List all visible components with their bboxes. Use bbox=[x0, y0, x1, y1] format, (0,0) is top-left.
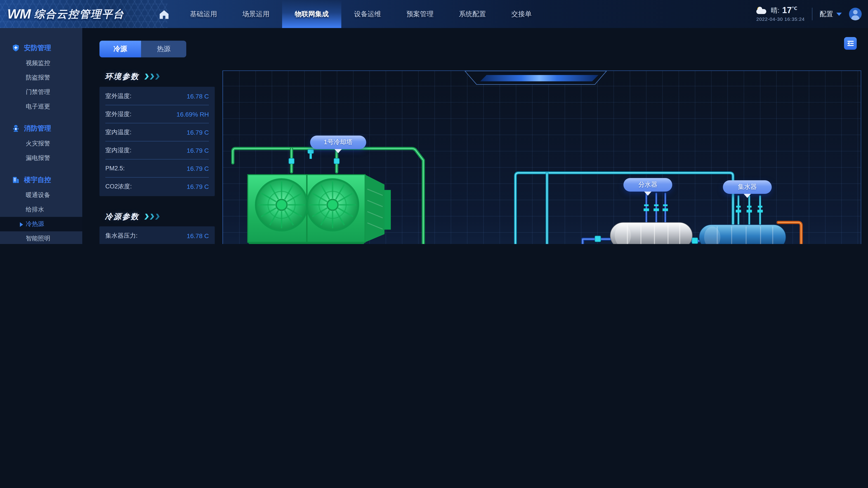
sidebar-section-title: 楼宇自控 bbox=[24, 175, 51, 184]
sidebar-section-title: 消防管理 bbox=[24, 124, 51, 133]
tab-heat-source[interactable]: 热源 bbox=[141, 41, 186, 57]
param-value: 16.78 C bbox=[187, 232, 209, 239]
sidebar-item[interactable]: 冷热源 bbox=[0, 217, 82, 231]
sidebar-item-label: 视频监控 bbox=[26, 59, 50, 67]
sidebar-item-label: 电子巡更 bbox=[26, 103, 50, 111]
param-row: CO2浓度:16.79 C bbox=[105, 177, 209, 196]
param-value: 16.78 C bbox=[187, 92, 209, 100]
nav-item-7[interactable]: 交接单 bbox=[499, 0, 544, 28]
sidebar-section-header[interactable]: 安防管理 bbox=[0, 40, 82, 56]
sidebar-section-fire: 消防管理 火灾报警漏电报警 bbox=[0, 120, 82, 165]
param-label: CO2浓度: bbox=[105, 183, 132, 191]
cold-params-header: 冷源参数 bbox=[105, 212, 160, 222]
param-row: 室内温度:16.79 C bbox=[105, 123, 209, 141]
sidebar-item-label: 门禁管理 bbox=[26, 88, 50, 96]
param-value: 16.79 C bbox=[187, 183, 209, 190]
tab-cold-source[interactable]: 冷源 bbox=[99, 41, 141, 57]
section-title: 环境参数 bbox=[105, 71, 139, 82]
param-row: 集水器压力:16.78 C bbox=[105, 227, 209, 244]
label-water-divider: 分水器 bbox=[623, 178, 672, 192]
logo: WM 综合云控管理平台 bbox=[7, 0, 125, 28]
triple-chevron-icon bbox=[145, 214, 160, 220]
main-nav: 基础运用场景运用物联网集成设备运维预案管理系统配置交接单 bbox=[177, 0, 544, 28]
collapse-panel-button[interactable] bbox=[844, 37, 857, 50]
chevron-down-icon bbox=[836, 12, 842, 15]
param-row: 室外温度:16.78 C bbox=[105, 87, 209, 105]
sidebar-item[interactable]: 智能照明 bbox=[0, 231, 82, 244]
avatar[interactable] bbox=[849, 8, 862, 20]
param-label: 室内温度: bbox=[105, 128, 131, 136]
home-icon[interactable] bbox=[158, 8, 170, 20]
sidebar-section-security: 安防管理 视频监控防盗报警门禁管理电子巡更 bbox=[0, 40, 82, 114]
sidebar-item[interactable]: 暖通设备 bbox=[0, 188, 82, 202]
cold-params-panel: 集水器压力:16.78 C分水器压力:16.69% RH能力计供水温度:16.7… bbox=[99, 226, 215, 244]
config-dropdown[interactable]: 配置 bbox=[819, 10, 842, 18]
label-cooling-tower: 1号冷却塔 bbox=[310, 135, 366, 149]
param-row: PM2.5:16.79 C bbox=[105, 160, 209, 177]
config-label: 配置 bbox=[819, 10, 833, 18]
app-root: WM 综合云控管理平台 基础运用场景运用物联网集成设备运维预案管理系统配置交接单… bbox=[0, 0, 868, 244]
nav-item-4[interactable]: 设备运维 bbox=[341, 0, 394, 28]
section-title: 冷源参数 bbox=[105, 212, 139, 222]
sidebar-item-label: 防盗报警 bbox=[26, 74, 50, 82]
nav-item-3[interactable]: 物联网集成 bbox=[282, 0, 341, 28]
param-label: 室外湿度: bbox=[105, 110, 131, 118]
param-row: 室外湿度:16.69% RH bbox=[105, 105, 209, 123]
nav-item-6[interactable]: 系统配置 bbox=[446, 0, 499, 28]
header-divider bbox=[812, 8, 812, 20]
page-title: 综合云控管理平台 bbox=[34, 7, 125, 21]
param-row: 室内湿度:16.79 C bbox=[105, 141, 209, 160]
param-label: 集水器压力: bbox=[105, 232, 138, 240]
param-value: 16.69% RH bbox=[177, 110, 209, 118]
env-params-panel: 室外温度:16.78 C室外湿度:16.69% RH室内温度:16.79 C室内… bbox=[99, 87, 215, 196]
cooling-tower bbox=[248, 175, 391, 244]
param-label: 室外温度: bbox=[105, 92, 131, 100]
sidebar-item-label: 冷热源 bbox=[26, 220, 44, 228]
nav-item-2[interactable]: 场景运用 bbox=[230, 0, 282, 28]
sidebar-section-building: 楼宇自控 暖通设备给排水冷热源智能照明夜景照明 bbox=[0, 172, 82, 244]
sidebar-item-label: 给排水 bbox=[26, 205, 44, 214]
param-label: 室内湿度: bbox=[105, 146, 131, 154]
sidebar-item[interactable]: 漏电报警 bbox=[0, 151, 82, 165]
sidebar-section-header[interactable]: 消防管理 bbox=[0, 120, 82, 136]
env-params-header: 环境参数 bbox=[105, 71, 160, 82]
param-label: PM2.5: bbox=[105, 165, 125, 172]
sidebar-item[interactable]: 电子巡更 bbox=[0, 99, 82, 114]
hydrant-icon bbox=[12, 124, 20, 132]
sidebar-item-label: 智能照明 bbox=[26, 234, 50, 242]
header-right: 晴: 17℃ 2022-04-30 16:35:24 配置 bbox=[756, 0, 862, 28]
sidebar-item[interactable]: 给排水 bbox=[0, 202, 82, 217]
sidebar-section-header[interactable]: 楼宇自控 bbox=[0, 172, 82, 188]
source-tabs: 冷源热源 bbox=[99, 41, 186, 57]
sidebar-item[interactable]: 火灾报警 bbox=[0, 136, 82, 151]
weather-temp: 17℃ bbox=[782, 6, 797, 15]
water-divider-tank bbox=[610, 222, 692, 244]
weather-condition: 晴: bbox=[771, 7, 779, 14]
sidebar-item-label: 暖通设备 bbox=[26, 191, 50, 199]
sidebar: 安防管理 视频监控防盗报警门禁管理电子巡更 消防管理 火灾报警漏电报警 楼宇自控… bbox=[0, 28, 82, 244]
sun-cloud-icon bbox=[756, 6, 768, 15]
collapse-icon bbox=[845, 38, 855, 48]
param-value: 16.79 C bbox=[187, 129, 209, 136]
shield-icon bbox=[12, 44, 20, 52]
sidebar-item[interactable]: 防盗报警 bbox=[0, 70, 82, 85]
label-water-collector: 集水器 bbox=[723, 180, 772, 194]
hvac-schematic: .pipe{fill:none;stroke-linejoin:round;st… bbox=[222, 70, 861, 244]
param-value: 16.79 C bbox=[187, 147, 209, 154]
datetime: 2022-04-30 16:35:24 bbox=[756, 17, 805, 22]
nav-item-1[interactable]: 基础运用 bbox=[177, 0, 230, 28]
building-icon bbox=[12, 176, 20, 184]
weather-widget: 晴: 17℃ 2022-04-30 16:35:24 bbox=[756, 6, 805, 22]
sidebar-item-label: 漏电报警 bbox=[26, 154, 50, 162]
param-value: 16.79 C bbox=[187, 165, 209, 172]
top-header: WM 综合云控管理平台 基础运用场景运用物联网集成设备运维预案管理系统配置交接单… bbox=[0, 0, 868, 28]
sidebar-section-title: 安防管理 bbox=[24, 43, 51, 52]
sidebar-item[interactable]: 门禁管理 bbox=[0, 85, 82, 99]
triple-chevron-icon bbox=[145, 74, 160, 79]
logo-mark: WM bbox=[7, 6, 31, 22]
nav-item-5[interactable]: 预案管理 bbox=[394, 0, 446, 28]
sidebar-item[interactable]: 视频监控 bbox=[0, 56, 82, 70]
sidebar-item-label: 火灾报警 bbox=[26, 140, 50, 148]
water-collector-tank bbox=[699, 225, 786, 244]
